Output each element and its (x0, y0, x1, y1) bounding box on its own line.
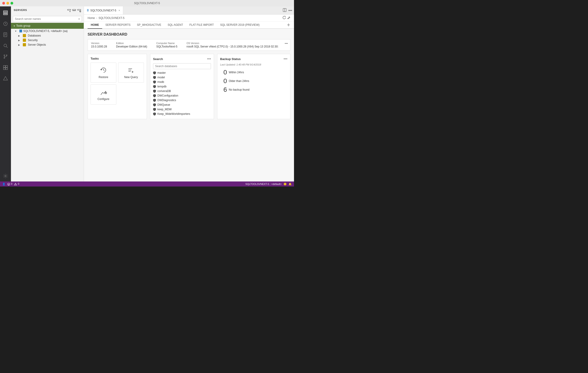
database-search-input[interactable] (153, 63, 211, 69)
search-clear-icon[interactable]: × (78, 17, 80, 21)
backup-updated: Last Updated: 1:40:48 PM 9/14/2018 (220, 63, 287, 66)
backup-label: Within 24hrs (229, 71, 244, 74)
minimize-button[interactable] (6, 2, 9, 5)
list-item[interactable]: coriveraDB (153, 89, 211, 93)
list-item[interactable]: keep_MDW (153, 107, 211, 112)
more-actions-icon[interactable]: ••• (288, 9, 292, 12)
tools-group-arrow: ▾ (14, 25, 15, 27)
new-server-icon[interactable] (67, 9, 71, 13)
app: SERVERS (0, 6, 294, 186)
search-title: Search (153, 57, 207, 61)
backup-more-button[interactable]: ••• (284, 57, 287, 61)
version-group: Version 15.0.1000.28 (91, 42, 107, 48)
connect-icon[interactable] (72, 9, 76, 13)
window-title: SQLTOOLSVNEXT-5 (134, 2, 160, 5)
restore-icon (100, 66, 107, 74)
activity-history[interactable] (1, 19, 10, 28)
refresh-icon[interactable] (283, 16, 286, 20)
backup-count: 0 (220, 69, 227, 76)
tab-bar: 🗄 SQLTOOLSVNEXT-5 × ••• (84, 6, 294, 15)
task-new-query[interactable]: New Query (118, 63, 144, 83)
search-more-button[interactable]: ••• (207, 57, 211, 61)
breadcrumb-server[interactable]: SQLTOOLSVNEXT-5 (99, 16, 125, 20)
window-controls[interactable] (2, 2, 13, 5)
content-tabs: HOME SERVER REPORTS SP_WHOISACTIVE SQL A… (84, 22, 294, 29)
activity-query[interactable] (1, 30, 10, 39)
backup-label: Older than 24hrs (229, 79, 249, 83)
tree-security[interactable]: ▶ Security (11, 38, 84, 43)
task-configure[interactable]: Configure (91, 85, 116, 105)
breadcrumb-home[interactable]: Home (88, 16, 95, 20)
dashboard: SERVER DASHBOARD Version 15.0.1000.28 Ed… (84, 29, 294, 181)
tab-sqltoolsvnext[interactable]: 🗄 SQLTOOLSVNEXT-5 × (84, 6, 123, 14)
backup-count: 0 (220, 77, 227, 85)
restore-label: Restore (99, 76, 108, 79)
list-item[interactable]: master (153, 71, 211, 75)
activity-search[interactable] (1, 41, 10, 50)
tasks-panel-header: Tasks (91, 57, 144, 60)
list-item[interactable]: model (153, 75, 211, 80)
server-objects-icon (23, 43, 26, 46)
tab-actions: ••• (283, 8, 294, 12)
backup-stats: 0Within 24hrs0Older than 24hrs6No backup… (220, 69, 287, 93)
tab-close-button[interactable]: × (119, 9, 120, 12)
svg-point-12 (4, 57, 5, 58)
list-item[interactable]: Keep_WideWorldImporters (153, 112, 211, 116)
tab-home[interactable]: HOME (88, 22, 102, 29)
db-cylinder-icon (153, 90, 156, 93)
db-cylinder-icon (153, 108, 156, 111)
os-value: rosoft SQL Server vNext (CTP2.0) - 15.0.… (187, 45, 287, 48)
security-expander: ▶ (18, 39, 22, 42)
split-editor-icon[interactable] (283, 8, 286, 12)
svg-rect-24 (78, 9, 81, 10)
tab-sql-server-2019[interactable]: SQL SERVER 2019 (PREVIEW) (217, 22, 263, 29)
svg-rect-14 (6, 66, 8, 67)
activity-servers[interactable] (1, 8, 10, 17)
tools-group[interactable]: ▾ Tools group (11, 23, 84, 29)
list-item[interactable]: DWQueue (153, 102, 211, 107)
activity-profiler[interactable] (1, 74, 10, 83)
list-item[interactable]: tempdb (153, 84, 211, 89)
activity-extensions[interactable] (1, 63, 10, 72)
edit-icon[interactable] (287, 16, 290, 20)
status-errors: 0 (7, 182, 12, 185)
tree-server[interactable]: ▼ SQLTOOLSVNEXT-5, <default> (sa) (11, 29, 84, 33)
tab-sp-whoisactive[interactable]: SP_WHOISACTIVE (134, 22, 164, 29)
search-panel: Search ••• mastermodelmsdbtempdbcorivera… (150, 54, 214, 119)
new-query-label: New Query (124, 76, 138, 79)
breadcrumb: Home › SQLTOOLSVNEXT-5 (84, 15, 294, 22)
expander-icon: ▼ (15, 30, 18, 33)
db-cylinder-icon (153, 94, 156, 97)
search-input[interactable] (13, 16, 82, 22)
list-item[interactable]: DWDiagnostics (153, 98, 211, 102)
list-item[interactable]: msdb (153, 80, 211, 84)
server-info-more[interactable]: ••• (285, 42, 288, 45)
sidebar-header: SERVERS (11, 6, 84, 15)
svg-line-9 (6, 47, 8, 48)
configure-icon (100, 88, 107, 96)
database-list: mastermodelmsdbtempdbcoriveraDBDWConfigu… (153, 71, 211, 116)
close-button[interactable] (2, 2, 5, 5)
list-item[interactable]: DWConfiguration (153, 93, 211, 98)
server-objects-label: Server Objects (28, 43, 46, 46)
databases-label: Databases (28, 34, 41, 37)
tree-server-objects[interactable]: ▶ Server Objects (11, 43, 84, 47)
sidebar-action-icon[interactable] (77, 9, 81, 13)
tab-flat-file-import[interactable]: FLAT FILE IMPORT (186, 22, 217, 29)
svg-rect-15 (3, 68, 5, 70)
search-panel-header: Search ••• (153, 57, 211, 61)
tree-databases[interactable]: ▶ Databases (11, 33, 84, 38)
activity-git[interactable] (1, 52, 10, 61)
db-cylinder-icon (153, 76, 156, 79)
tab-server-reports[interactable]: SERVER REPORTS (102, 22, 134, 29)
databases-expander: ▶ (18, 34, 22, 37)
activity-settings[interactable] (1, 171, 10, 181)
new-query-icon (127, 66, 135, 74)
activity-bar (0, 6, 11, 181)
edition-group: Edition Developer Edition (64-bit) (116, 42, 147, 48)
add-tab-button[interactable] (287, 23, 290, 27)
task-restore[interactable]: Restore (91, 63, 116, 83)
svg-rect-28 (19, 31, 22, 32)
maximize-button[interactable] (10, 2, 13, 5)
tab-sql-agent[interactable]: SQL AGENT (164, 22, 186, 29)
